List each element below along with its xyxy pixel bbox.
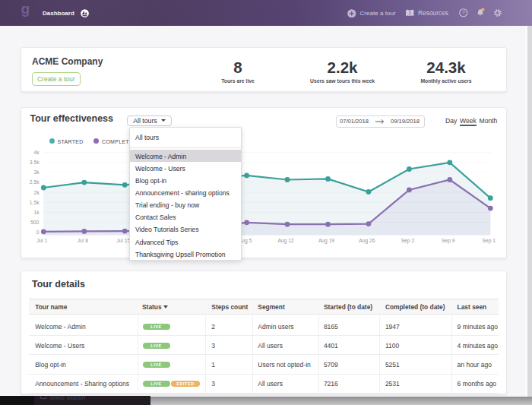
svg-text:4k: 4k: [33, 150, 40, 155]
svg-text:Sep 2: Sep 2: [401, 238, 415, 244]
svg-text:Aug 19: Aug 19: [318, 238, 334, 244]
svg-text:Jul 15: Jul 15: [116, 238, 130, 243]
svg-text:Aug 12: Aug 12: [277, 238, 293, 244]
svg-text:Jul 8: Jul 8: [78, 238, 88, 243]
svg-text:500: 500: [30, 220, 39, 225]
svg-text:0: 0: [36, 229, 40, 235]
svg-text:Jul 1: Jul 1: [36, 238, 47, 243]
svg-text:Sep 1: Sep 1: [483, 238, 496, 244]
svg-text:2k: 2k: [33, 190, 40, 195]
svg-text:3k: 3k: [33, 169, 40, 175]
svg-text:2.5k: 2.5k: [30, 179, 40, 185]
svg-text:1k: 1k: [33, 210, 40, 215]
svg-text:3.5k: 3.5k: [30, 160, 40, 165]
svg-text:Aug 26: Aug 26: [359, 238, 375, 244]
svg-text:1.5k: 1.5k: [30, 200, 40, 205]
svg-text:Sep 9: Sep 9: [442, 238, 455, 244]
svg-text:?: ?: [462, 10, 465, 17]
